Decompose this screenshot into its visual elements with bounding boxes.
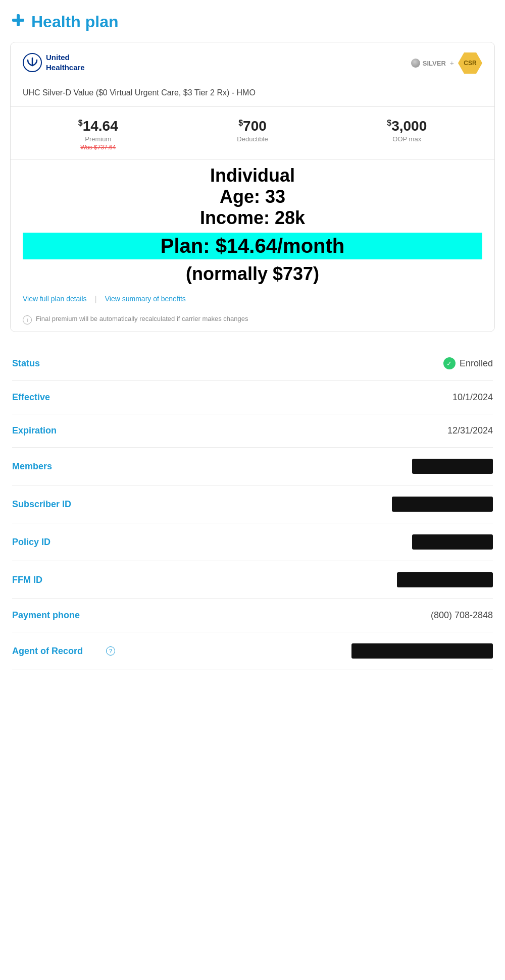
policy-id-row: Policy ID	[12, 523, 493, 561]
effective-value: 10/1/2024	[452, 392, 493, 403]
policy-id-value-redacted	[412, 534, 493, 550]
effective-row: Effective 10/1/2024	[12, 381, 493, 414]
premium-metric: $14.64 Premium Was $737.64	[78, 118, 118, 151]
overlay-highlight: Plan: $14.64/month	[23, 233, 482, 259]
enrolled-check-icon: ✓	[443, 357, 456, 369]
members-value-redacted	[412, 459, 493, 474]
plan-metrics: $14.64 Premium Was $737.64 $700 Deductib…	[11, 107, 494, 159]
members-label: Members	[12, 461, 103, 472]
members-row: Members	[12, 448, 493, 485]
ffm-id-value-redacted	[397, 572, 493, 587]
view-full-plan-link[interactable]: View full plan details	[23, 295, 87, 304]
subscriber-id-value-redacted	[392, 497, 493, 512]
expiration-value: 12/31/2024	[447, 425, 493, 436]
silver-label: SILVER	[423, 60, 446, 67]
plan-badges: SILVER + CSR	[411, 52, 482, 74]
payment-phone-row: Payment phone (800) 708-2848	[12, 599, 493, 632]
policy-id-label: Policy ID	[12, 537, 103, 548]
overlay-line3: Income: 28k	[23, 207, 482, 229]
premium-value: $14.64	[78, 118, 118, 134]
agent-question-icon[interactable]: ?	[106, 646, 115, 656]
subscriber-id-label: Subscriber ID	[12, 499, 103, 510]
health-plan-icon	[10, 12, 26, 32]
expiration-label: Expiration	[12, 425, 103, 436]
ffm-id-row: FFM ID	[12, 561, 493, 599]
agent-of-record-row: Agent of Record ?	[12, 632, 493, 670]
deductible-label: Deductible	[237, 135, 268, 143]
premium-label: Premium	[78, 135, 118, 143]
info-icon: i	[23, 315, 32, 324]
enrolled-text: Enrolled	[460, 358, 493, 369]
deductible-metric: $700 Deductible	[237, 118, 268, 151]
premium-was: Was $737.64	[78, 144, 118, 151]
status-row: Status ✓ Enrolled	[12, 346, 493, 381]
plus-separator: +	[450, 59, 454, 67]
overlay-normally: (normally $737)	[23, 263, 482, 285]
overlay-line1: Individual	[23, 165, 482, 186]
uhc-logo-icon	[23, 53, 42, 72]
insurer-logo: UnitedHealthcare	[23, 52, 85, 72]
oop-metric: $3,000 OOP max	[387, 118, 427, 151]
page-header: Health plan	[10, 12, 495, 32]
plan-card-header: UnitedHealthcare SILVER + CSR	[11, 42, 494, 82]
subscriber-id-row: Subscriber ID	[12, 485, 493, 523]
csr-badge: CSR	[458, 52, 482, 74]
expiration-row: Expiration 12/31/2024	[12, 414, 493, 448]
svg-rect-1	[12, 19, 24, 22]
page-title: Health plan	[31, 13, 118, 31]
oop-value: $3,000	[387, 118, 427, 134]
plan-overlay: Individual Age: 33 Income: 28k Plan: $14…	[11, 159, 494, 290]
payment-phone-value: (800) 708-2848	[431, 610, 493, 621]
silver-dot	[411, 59, 420, 68]
deductible-value: $700	[237, 118, 268, 134]
status-value: ✓ Enrolled	[443, 357, 493, 369]
silver-badge: SILVER	[411, 59, 446, 68]
detail-section: Status ✓ Enrolled Effective 10/1/2024 Ex…	[10, 346, 495, 670]
overlay-line2: Age: 33	[23, 186, 482, 207]
plan-card: UnitedHealthcare SILVER + CSR UHC Silver…	[10, 42, 495, 332]
payment-phone-label: Payment phone	[12, 610, 103, 621]
plan-links: View full plan details | View summary of…	[11, 290, 494, 311]
plan-info-row: i Final premium will be automatically re…	[11, 311, 494, 332]
ffm-id-label: FFM ID	[12, 575, 103, 585]
agent-label-group: Agent of Record ?	[12, 646, 115, 657]
oop-label: OOP max	[387, 135, 427, 143]
insurer-name: UnitedHealthcare	[46, 52, 85, 72]
agent-of-record-label: Agent of Record	[12, 646, 103, 657]
status-label: Status	[12, 358, 103, 369]
plan-name: UHC Silver-D Value ($0 Virtual Urgent Ca…	[11, 82, 494, 107]
plan-info-text: Final premium will be automatically reca…	[36, 315, 248, 322]
view-summary-link[interactable]: View summary of benefits	[105, 295, 186, 304]
agent-of-record-value-redacted	[351, 643, 493, 659]
effective-label: Effective	[12, 392, 103, 403]
